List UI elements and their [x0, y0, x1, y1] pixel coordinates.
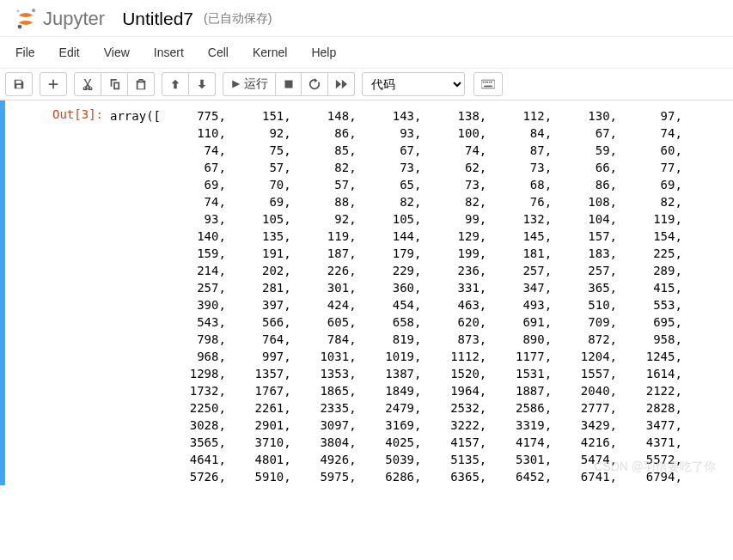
copy-button[interactable] — [101, 72, 128, 96]
svg-rect-3 — [284, 81, 292, 88]
paste-button[interactable] — [128, 72, 155, 96]
logo-text: Jupyter — [43, 8, 105, 30]
svg-rect-4 — [481, 80, 495, 88]
cell-selector-bar — [0, 100, 5, 485]
keyboard-icon — [481, 79, 495, 89]
restart-button[interactable] — [302, 72, 328, 96]
interrupt-button[interactable] — [276, 72, 302, 96]
arrow-up-icon — [169, 78, 181, 90]
svg-rect-8 — [489, 82, 491, 83]
move-up-button[interactable] — [162, 72, 189, 96]
save-button[interactable] — [5, 72, 33, 96]
save-icon — [13, 78, 25, 90]
svg-rect-10 — [484, 86, 492, 88]
plus-icon — [47, 78, 59, 90]
command-palette-button[interactable] — [473, 72, 503, 96]
menu-help[interactable]: Help — [299, 39, 348, 66]
menu-file[interactable]: File — [3, 39, 47, 66]
insert-cell-button[interactable] — [40, 72, 67, 96]
jupyter-logo[interactable]: Jupyter — [14, 7, 105, 31]
run-label: 运行 — [244, 76, 268, 92]
output-prompt: Out[3]: — [15, 104, 110, 485]
stop-icon — [284, 79, 294, 89]
copy-icon — [108, 78, 120, 90]
menu-insert[interactable]: Insert — [142, 39, 196, 66]
svg-rect-5 — [483, 82, 485, 83]
move-down-button[interactable] — [189, 72, 216, 96]
paste-icon — [135, 78, 147, 90]
notebook-title[interactable]: Untitled7 — [119, 7, 197, 31]
menu-cell[interactable]: Cell — [196, 39, 241, 66]
watermark-text: CSDN @羽惜要吃了你 — [594, 460, 716, 475]
toolbar: 运行 代码 — [0, 69, 733, 100]
menu-view[interactable]: View — [92, 39, 142, 66]
svg-rect-9 — [491, 82, 492, 83]
notebook-area: Out[3]: array([ 775, 151, 148, 143, 138,… — [0, 100, 733, 485]
menu-bar: File Edit View Insert Cell Kernel Help — [0, 37, 733, 69]
fast-forward-icon — [335, 78, 347, 90]
menu-edit[interactable]: Edit — [47, 39, 92, 66]
svg-point-0 — [32, 9, 35, 12]
cut-icon — [82, 78, 94, 90]
arrow-down-icon — [196, 78, 208, 90]
autosave-status: (已自动保存) — [204, 11, 272, 27]
run-button[interactable]: 运行 — [223, 72, 276, 96]
header-bar: Jupyter Untitled7 (已自动保存) — [0, 0, 733, 37]
svg-point-1 — [18, 25, 22, 29]
play-icon — [230, 79, 241, 89]
svg-rect-6 — [485, 82, 486, 83]
restart-icon — [308, 78, 321, 90]
svg-point-2 — [17, 10, 20, 13]
menu-kernel[interactable]: Kernel — [241, 39, 299, 66]
cell-type-select[interactable]: 代码 — [362, 72, 465, 96]
output-cell: Out[3]: array([ 775, 151, 148, 143, 138,… — [12, 104, 733, 485]
jupyter-icon — [14, 7, 38, 31]
array-output: array([ 775, 151, 148, 143, 138, 112, 13… — [110, 104, 682, 485]
svg-rect-7 — [486, 82, 488, 83]
cut-button[interactable] — [74, 72, 101, 96]
restart-run-all-button[interactable] — [328, 72, 355, 96]
